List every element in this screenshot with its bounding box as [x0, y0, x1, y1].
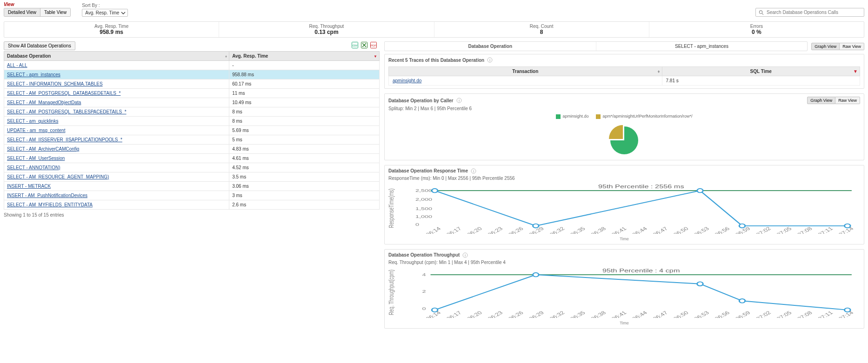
svg-text:PDF: PDF — [371, 44, 376, 47]
panel-caller: Database Operation by Caller i Graph Vie… — [384, 93, 864, 160]
trace-row[interactable]: apminsight.do 7.81 s — [389, 76, 860, 86]
svg-text:07:11: 07:11 — [816, 226, 834, 234]
raw-view-button[interactable]: Raw View — [835, 97, 860, 104]
col-sql-time[interactable]: SQL Time▼ — [662, 67, 860, 76]
search-input[interactable] — [766, 9, 861, 15]
table-row[interactable]: ALL - ALL- — [4, 61, 380, 70]
legend-item[interactable]: apm*/apminsightUrlPerfMonitorInformation… — [596, 114, 692, 119]
sort-by-value: Avg. Resp. Time — [85, 10, 119, 15]
avg-resp-time-cell: 11 ms — [229, 89, 380, 98]
svg-text:2: 2 — [422, 289, 426, 294]
export-csv-icon[interactable]: csv — [352, 42, 358, 48]
db-op-link[interactable]: SELECT - AM_ArchiverCAMConfig — [7, 146, 79, 152]
svg-text:Req. Throughput(cpm): Req. Throughput(cpm) — [388, 270, 395, 315]
legend-item[interactable]: apminsight.do — [556, 114, 588, 119]
table-row[interactable]: SELECT - AM_IISSERVER_IISAPPLICATIONPOOL… — [4, 135, 380, 145]
table-row[interactable]: SELECT - apm_instances958.88 ms — [4, 70, 380, 79]
avg-resp-time-cell: 60.17 ms — [229, 79, 380, 89]
table-view-button[interactable]: Table View — [40, 8, 70, 16]
svg-text:06:47: 06:47 — [651, 226, 669, 234]
db-op-link[interactable]: SELECT - AM_IISSERVER_IISAPPLICATIONPOOL… — [7, 137, 122, 142]
svg-text:06:56: 06:56 — [714, 226, 731, 234]
resp-stats: ResponseTime (ms): Min 0 | Max 2556 | 95… — [388, 176, 860, 181]
db-op-link[interactable]: SELECT - apm_instances — [7, 72, 60, 77]
table-row[interactable]: SELECT - INFORMATION_SCHEMA.TABLES60.17 … — [4, 79, 380, 89]
info-icon[interactable]: i — [487, 57, 493, 63]
avg-resp-time-cell: 2.6 ms — [229, 200, 380, 210]
export-pdf-icon[interactable]: PDF — [370, 42, 377, 48]
table-row[interactable]: SELECT - AM_POSTGRESQL_DATABASEDETAILS_*… — [4, 89, 380, 98]
legend-swatch — [556, 114, 561, 119]
db-op-link[interactable]: SELECT - am_quicklinks — [7, 119, 58, 124]
db-op-link[interactable]: UPDATE - am_msg_content — [7, 128, 65, 133]
svg-text:i: i — [489, 58, 490, 62]
kpi-value: 958.9 ms — [4, 29, 219, 35]
table-row[interactable]: INSERT - AM_PushNotificationDevices3 ms — [4, 191, 380, 200]
svg-text:06:20: 06:20 — [466, 310, 483, 318]
db-op-link[interactable]: INSERT - METRACK — [7, 184, 51, 189]
svg-text:06:23: 06:23 — [487, 310, 504, 318]
kpi-label: Req. Throughput — [219, 24, 434, 29]
svg-text:06:41: 06:41 — [610, 226, 628, 234]
sort-icon: ♦ — [225, 54, 227, 58]
info-icon[interactable]: i — [462, 252, 468, 258]
table-row[interactable]: SELECT - AM_UserSession4.61 ms — [4, 154, 380, 163]
export-xls-icon[interactable] — [361, 42, 367, 48]
graph-view-button[interactable]: Graph View — [811, 43, 840, 50]
table-row[interactable]: UPDATE - am_msg_content5.69 ms — [4, 126, 380, 135]
svg-text:0: 0 — [415, 222, 419, 227]
table-row[interactable]: SELECT - am_quicklinks8 ms — [4, 117, 380, 126]
graph-view-button[interactable]: Graph View — [807, 97, 835, 104]
table-row[interactable]: SELECT - AM_MYFIELDS_ENTITYDATA2.6 ms — [4, 200, 380, 210]
svg-text:1,000: 1,000 — [415, 214, 432, 219]
search-box[interactable] — [755, 8, 864, 17]
svg-text:06:26: 06:26 — [507, 310, 525, 318]
avg-resp-time-cell: 3.06 ms — [229, 182, 380, 191]
info-icon[interactable]: i — [456, 98, 462, 103]
avg-resp-time-cell: 8 ms — [229, 117, 380, 126]
kpi-value: 0.13 cpm — [219, 29, 434, 35]
svg-text:07:11: 07:11 — [816, 310, 834, 318]
svg-point-21 — [432, 188, 438, 192]
view-switch-header: Graph View Raw View — [811, 43, 864, 50]
svg-text:i: i — [465, 253, 466, 257]
svg-point-23 — [697, 188, 703, 192]
db-op-link[interactable]: SELECT - AM_UserSession — [7, 156, 65, 161]
info-icon[interactable]: i — [471, 168, 476, 174]
db-op-link[interactable]: SELECT - AM_POSTGRESQL_DATABASEDETAILS_* — [7, 91, 120, 96]
col-transaction[interactable]: Transaction♦ — [389, 67, 662, 76]
kpi-avg-resp: Avg. Resp. Time 958.9 ms — [4, 22, 219, 37]
table-row[interactable]: SELECT - AM_RESOURCE_AGENT_MAPPING)3.5 m… — [4, 172, 380, 182]
svg-text:06:56: 06:56 — [714, 310, 731, 318]
col-db-operation[interactable]: Database Operation ♦ — [4, 52, 229, 61]
db-op-link[interactable]: SELECT - AM_RESOURCE_AGENT_MAPPING) — [7, 174, 109, 179]
table-row[interactable]: INSERT - METRACK3.06 ms — [4, 182, 380, 191]
svg-text:06:32: 06:32 — [548, 310, 566, 318]
svg-text:ResponseTime(ms): ResponseTime(ms) — [388, 188, 395, 228]
kpi-count: Req. Count 8 — [434, 22, 649, 37]
db-op-link[interactable]: SELECT - AM_ManagedObjectData — [7, 100, 81, 105]
svg-text:06:35: 06:35 — [569, 226, 587, 234]
panel-title: Database Operation by Caller — [388, 98, 454, 103]
show-all-db-ops-button[interactable]: Show All Database Operations — [4, 41, 75, 50]
table-row[interactable]: SELECT - AM_ArchiverCAMConfig4.83 ms — [4, 145, 380, 154]
db-op-link[interactable]: INSERT - AM_PushNotificationDevices — [7, 193, 87, 198]
db-op-link[interactable]: SELECT - ANNOTATION) — [7, 165, 60, 170]
raw-view-button[interactable]: Raw View — [840, 43, 864, 50]
sort-by-select[interactable]: Avg. Resp. Time — [82, 9, 128, 17]
avg-resp-time-cell: 958.88 ms — [229, 70, 380, 79]
db-op-link[interactable]: SELECT - AM_POSTGRESQL_TABLESPACEDETAILS… — [7, 109, 127, 114]
db-op-link[interactable]: SELECT - INFORMATION_SCHEMA.TABLES — [7, 81, 103, 86]
table-row[interactable]: SELECT - AM_POSTGRESQL_TABLESPACEDETAILS… — [4, 107, 380, 117]
table-row[interactable]: SELECT - ANNOTATION)4.52 ms — [4, 163, 380, 172]
svg-text:06:26: 06:26 — [507, 226, 525, 234]
table-row[interactable]: SELECT - AM_ManagedObjectData10.49 ms — [4, 98, 380, 107]
db-op-link[interactable]: SELECT - AM_MYFIELDS_ENTITYDATA — [7, 202, 93, 207]
trace-link[interactable]: apminsight.do — [393, 78, 421, 83]
caller-stats: Splitup: Min 2 | Max 6 | 95th Percentile… — [388, 106, 860, 111]
db-op-link[interactable]: ALL - ALL — [7, 63, 27, 68]
detailed-view-button[interactable]: Detailed View — [4, 8, 40, 16]
kpi-errors: Errors 0 % — [649, 22, 864, 37]
avg-resp-time-cell: 5 ms — [229, 135, 380, 145]
col-avg-resp-time[interactable]: Avg. Resp. Time ▼ — [229, 52, 380, 61]
